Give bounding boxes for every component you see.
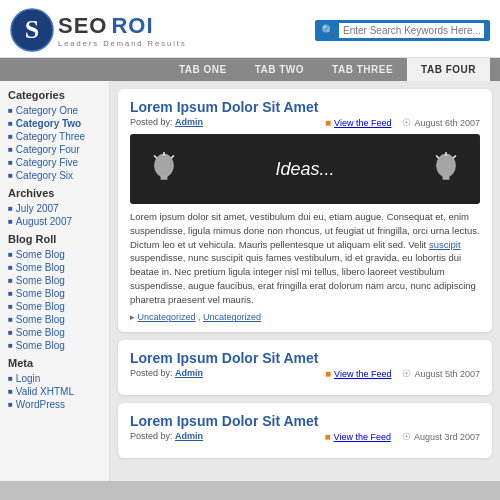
bullet-icon: ■ (8, 387, 13, 396)
sidebar-item[interactable]: ■ Valid XHTML (8, 386, 101, 397)
author-link[interactable]: Admin (175, 117, 203, 127)
sidebar-item[interactable]: ■ Category Six (8, 170, 101, 181)
tab-tab-three[interactable]: TAB THREE (318, 58, 407, 81)
sidebar-item[interactable]: ■ WordPress (8, 399, 101, 410)
view-feed-link[interactable]: View the Feed (334, 118, 391, 128)
svg-line-6 (154, 156, 157, 159)
bullet-icon: ■ (8, 204, 13, 213)
feed-icon: ■ (325, 117, 331, 128)
logo-area: S SEO ROI Leaders Demand Results (10, 8, 187, 52)
bulb-right-icon (432, 151, 460, 187)
logo-icon: S (10, 8, 54, 52)
tab-tab-two[interactable]: TAB TWO (241, 58, 318, 81)
sidebar-item[interactable]: ■ July 2007 (8, 203, 101, 214)
bullet-icon: ■ (8, 289, 13, 298)
logo-seo: SEO (58, 13, 107, 39)
search-input[interactable] (339, 23, 484, 38)
feed-icon: ■ (325, 431, 331, 442)
svg-text:S: S (25, 15, 39, 44)
sidebar-item[interactable]: ■ Some Blog (8, 275, 101, 286)
svg-rect-4 (160, 178, 167, 180)
archives-list: ■ July 2007■ August 2007 (8, 203, 101, 227)
blogroll-title: Blog Roll (8, 233, 101, 245)
article-title[interactable]: Lorem Ipsum Dolor Sit Amet (130, 350, 480, 366)
svg-rect-9 (442, 175, 449, 178)
tag-link[interactable]: Uncategorized (138, 312, 196, 322)
article-tags: ▸ Uncategorized , Uncategorized (130, 312, 480, 322)
bullet-icon: ■ (8, 158, 13, 167)
sidebar-item[interactable]: ■ Some Blog (8, 314, 101, 325)
sidebar-item[interactable]: ■ August 2007 (8, 216, 101, 227)
article-body: Lorem ipsum dolor sit amet, vestibulum d… (130, 210, 480, 306)
tab-tab-four[interactable]: TAB FOUR (407, 58, 490, 81)
sidebar-item[interactable]: ■ Category One (8, 105, 101, 116)
author-link[interactable]: Admin (175, 431, 203, 441)
content-area: Lorem Ipsum Dolor Sit Amet Posted by: Ad… (110, 81, 500, 481)
sidebar-item[interactable]: ■ Login (8, 373, 101, 384)
article-meta-row: Posted by: Admin ■ View the Feed ☉ Augus… (130, 431, 480, 442)
sidebar-item[interactable]: ■ Some Blog (8, 249, 101, 260)
view-feed-link[interactable]: View the Feed (334, 432, 391, 442)
svg-line-13 (453, 156, 456, 159)
bulb-left-icon (150, 151, 178, 187)
sidebar: Categories ■ Category One■ Category Two■… (0, 81, 110, 481)
meta-title: Meta (8, 357, 101, 369)
article-meta-row: Posted by: Admin ■ View the Feed ☉ Augus… (130, 368, 480, 379)
posted-by: Posted by: Admin (130, 117, 203, 128)
sidebar-item[interactable]: ■ Some Blog (8, 301, 101, 312)
body-link[interactable]: suscipit (429, 239, 461, 250)
sidebar-item[interactable]: ■ Category Two (8, 118, 101, 129)
posted-by: Posted by: Admin (130, 368, 203, 379)
article-image: Ideas... (130, 134, 480, 204)
bullet-icon: ■ (8, 302, 13, 311)
sidebar-item[interactable]: ■ Category Five (8, 157, 101, 168)
bullet-icon: ■ (8, 171, 13, 180)
bullet-icon: ■ (8, 250, 13, 259)
bullet-icon: ■ (8, 341, 13, 350)
search-icon: 🔍 (321, 24, 335, 37)
article-title[interactable]: Lorem Ipsum Dolor Sit Amet (130, 413, 480, 429)
article-card: Lorem Ipsum Dolor Sit Amet Posted by: Ad… (118, 403, 492, 458)
tab-tab-one[interactable]: TAB ONE (165, 58, 241, 81)
article-date: August 6th 2007 (414, 118, 480, 128)
calendar-icon: ☉ (402, 117, 411, 128)
feed-icon: ■ (325, 368, 331, 379)
bullet-icon: ■ (8, 400, 13, 409)
bullet-icon: ■ (8, 263, 13, 272)
bullet-icon: ■ (8, 315, 13, 324)
author-link[interactable]: Admin (175, 368, 203, 378)
search-bar: 🔍 (315, 20, 490, 41)
sidebar-item[interactable]: ■ Some Blog (8, 288, 101, 299)
tag-link[interactable]: Uncategorized (203, 312, 261, 322)
article-title[interactable]: Lorem Ipsum Dolor Sit Amet (130, 99, 480, 115)
articles-container: Lorem Ipsum Dolor Sit Amet Posted by: Ad… (118, 89, 492, 458)
svg-point-2 (154, 154, 174, 177)
sidebar-item[interactable]: ■ Some Blog (8, 262, 101, 273)
article-meta-right: ■ View the Feed ☉ August 3rd 2007 (325, 431, 481, 442)
article-meta-right: ■ View the Feed ☉ August 6th 2007 (325, 117, 480, 128)
svg-line-7 (171, 156, 174, 159)
blogroll-list: ■ Some Blog■ Some Blog■ Some Blog■ Some … (8, 249, 101, 351)
article-meta-right: ■ View the Feed ☉ August 5th 2007 (325, 368, 480, 379)
calendar-icon: ☉ (402, 368, 411, 379)
bullet-icon: ■ (8, 145, 13, 154)
svg-rect-10 (442, 178, 449, 180)
article-date: August 5th 2007 (414, 369, 480, 379)
sidebar-item[interactable]: ■ Category Three (8, 131, 101, 142)
categories-title: Categories (8, 89, 101, 101)
sidebar-item[interactable]: ■ Some Blog (8, 327, 101, 338)
logo-tagline: Leaders Demand Results (58, 39, 187, 48)
image-text: Ideas... (275, 159, 334, 180)
article-card: Lorem Ipsum Dolor Sit Amet Posted by: Ad… (118, 89, 492, 332)
logo-text: SEO ROI Leaders Demand Results (58, 13, 187, 48)
meta-list: ■ Login■ Valid XHTML■ WordPress (8, 373, 101, 410)
sidebar-item[interactable]: ■ Category Four (8, 144, 101, 155)
bullet-icon: ■ (8, 276, 13, 285)
article-date: August 3rd 2007 (414, 432, 480, 442)
bullet-icon: ■ (8, 132, 13, 141)
sidebar-item[interactable]: ■ Some Blog (8, 340, 101, 351)
article-card: Lorem Ipsum Dolor Sit Amet Posted by: Ad… (118, 340, 492, 395)
bullet-icon: ■ (8, 328, 13, 337)
view-feed-link[interactable]: View the Feed (334, 369, 391, 379)
logo-roi: ROI (111, 13, 153, 39)
